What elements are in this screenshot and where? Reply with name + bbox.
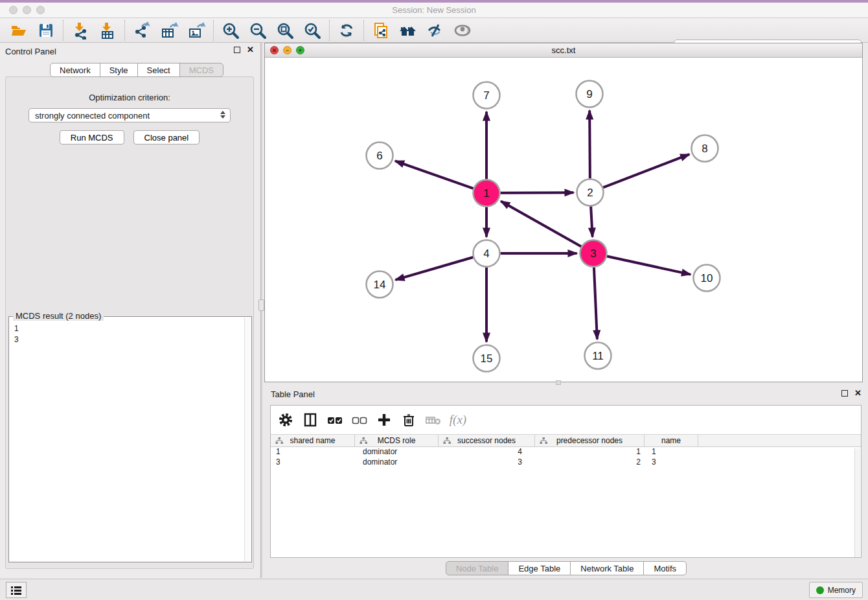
table-row[interactable]: 3dominator323 bbox=[271, 457, 861, 468]
table-panel: f(x) shared nameMCDS rolesuccessor nodes… bbox=[270, 405, 862, 558]
tab-edge-table[interactable]: Edge Table bbox=[508, 561, 571, 575]
tab-mcds[interactable]: MCDS bbox=[179, 63, 223, 77]
table-row[interactable]: 1dominator411 bbox=[271, 447, 861, 457]
window-titlebar: Session: New Session bbox=[0, 3, 868, 18]
node-label-1: 1 bbox=[483, 187, 489, 200]
delete-table-icon[interactable] bbox=[425, 411, 442, 428]
tab-network-table[interactable]: Network Table bbox=[570, 561, 644, 575]
criterion-value: strongly connected component bbox=[35, 111, 150, 121]
column-header-predecessor-nodes[interactable]: predecessor nodes bbox=[535, 435, 645, 446]
table-cell[interactable]: 3 bbox=[645, 457, 698, 468]
zoom-in-icon[interactable] bbox=[221, 21, 240, 40]
export-network-icon[interactable] bbox=[132, 21, 152, 40]
function-builder-icon[interactable]: f(x) bbox=[450, 411, 466, 428]
panel-splitter-handle[interactable] bbox=[258, 299, 264, 311]
toolbar-separator bbox=[363, 20, 364, 41]
edge-2-9[interactable] bbox=[589, 110, 590, 178]
hide-details-icon[interactable] bbox=[426, 21, 445, 40]
node-label-14: 14 bbox=[374, 279, 386, 291]
column-header-MCDS-role[interactable]: MCDS role bbox=[355, 435, 439, 446]
tab-select[interactable]: Select bbox=[137, 63, 180, 77]
tab-network[interactable]: Network bbox=[50, 63, 100, 77]
table-tabs: Node TableEdge TableNetwork TableMotifs bbox=[264, 558, 868, 579]
show-columns-icon[interactable] bbox=[302, 411, 319, 428]
duplicate-network-icon[interactable] bbox=[371, 21, 391, 40]
column-header-name[interactable]: name bbox=[645, 435, 698, 446]
node-label-6: 6 bbox=[376, 150, 382, 162]
column-header-shared-name[interactable]: shared name bbox=[271, 435, 355, 446]
export-image-icon[interactable] bbox=[187, 21, 206, 40]
table-cell[interactable]: 3 bbox=[439, 457, 535, 468]
toolbar-separator bbox=[124, 20, 125, 41]
tab-motifs[interactable]: Motifs bbox=[643, 561, 687, 575]
edge-4-14[interactable] bbox=[395, 257, 473, 280]
close-panel-button[interactable]: Close panel bbox=[133, 130, 200, 144]
show-details-icon[interactable] bbox=[453, 21, 472, 40]
table-cell[interactable]: 1 bbox=[271, 447, 355, 457]
mcds-panel: Optimization criterion: strongly connect… bbox=[5, 76, 254, 569]
export-table-icon[interactable] bbox=[159, 21, 179, 40]
edge-2-3[interactable] bbox=[591, 206, 593, 237]
node-table: shared nameMCDS rolesuccessor nodesprede… bbox=[271, 434, 861, 468]
mcds-result-text[interactable]: 1 3 bbox=[9, 317, 251, 562]
list-icon bbox=[10, 585, 22, 595]
table-cell[interactable]: dominator bbox=[355, 447, 439, 457]
criterion-select[interactable]: strongly connected component bbox=[29, 108, 231, 122]
node-label-8: 8 bbox=[702, 143, 707, 155]
edge-1-2[interactable] bbox=[500, 192, 573, 193]
table-options-icon[interactable] bbox=[277, 411, 294, 428]
window-title: Session: New Session bbox=[0, 5, 868, 15]
select-all-icon[interactable] bbox=[326, 411, 343, 428]
toolbar-separator bbox=[329, 20, 330, 41]
list-menu-button[interactable] bbox=[6, 582, 27, 598]
control-panel: Control Panel ✕ NetworkStyleSelectMCDS O… bbox=[0, 43, 259, 578]
apply-layout-icon[interactable] bbox=[337, 21, 356, 40]
table-cell[interactable]: 1 bbox=[535, 447, 645, 457]
zoom-out-icon[interactable] bbox=[248, 21, 268, 40]
import-network-icon[interactable] bbox=[71, 21, 90, 40]
table-body: 1dominator4113dominator323 bbox=[271, 447, 861, 468]
delete-column-icon[interactable] bbox=[400, 411, 417, 428]
network-window-titlebar[interactable]: ✕ − + scc.txt bbox=[265, 43, 862, 58]
edge-3-11[interactable] bbox=[594, 267, 597, 339]
table-cell[interactable]: 3 bbox=[271, 457, 355, 468]
float-table-panel-icon[interactable] bbox=[841, 390, 848, 397]
table-scrollbar[interactable] bbox=[854, 448, 860, 557]
tab-style[interactable]: Style bbox=[100, 63, 138, 77]
memory-button[interactable]: Memory bbox=[809, 582, 863, 598]
node-label-15: 15 bbox=[481, 352, 493, 365]
edge-3-10[interactable] bbox=[607, 257, 691, 275]
zoom-selected-icon[interactable] bbox=[303, 21, 322, 40]
status-bar: Memory bbox=[0, 579, 868, 600]
node-label-9: 9 bbox=[586, 88, 592, 100]
memory-label: Memory bbox=[828, 586, 856, 595]
node-label-10: 10 bbox=[701, 272, 713, 284]
close-table-panel-icon[interactable]: ✕ bbox=[854, 390, 862, 397]
table-cell[interactable]: 4 bbox=[439, 447, 535, 457]
zoom-fit-icon[interactable] bbox=[275, 21, 295, 40]
close-panel-icon[interactable]: ✕ bbox=[247, 47, 254, 53]
column-header-successor-nodes[interactable]: successor nodes bbox=[439, 435, 535, 446]
unselect-all-icon[interactable] bbox=[351, 411, 368, 428]
run-mcds-button[interactable]: Run MCDS bbox=[60, 130, 124, 144]
table-cell[interactable]: dominator bbox=[355, 457, 439, 468]
network-canvas[interactable]: 7968124314101511 bbox=[265, 58, 862, 382]
tab-node-table[interactable]: Node Table bbox=[446, 561, 509, 575]
edge-3-1[interactable] bbox=[501, 202, 581, 247]
add-column-icon[interactable] bbox=[376, 411, 393, 428]
table-cell[interactable]: 2 bbox=[535, 457, 645, 468]
table-header-row: shared nameMCDS rolesuccessor nodesprede… bbox=[271, 434, 861, 447]
control-panel-tabs: NetworkStyleSelectMCDS bbox=[50, 63, 223, 77]
node-label-2: 2 bbox=[587, 187, 593, 199]
save-session-icon[interactable] bbox=[36, 21, 56, 40]
network-splitter-handle[interactable] bbox=[556, 380, 561, 385]
mcds-result-box: MCDS result (2 nodes) 1 3 bbox=[8, 316, 252, 562]
edge-1-6[interactable] bbox=[395, 161, 474, 188]
table-cell[interactable]: 1 bbox=[645, 447, 698, 457]
result-scrollbar[interactable] bbox=[244, 317, 251, 561]
edge-2-8[interactable] bbox=[603, 154, 689, 187]
float-panel-icon[interactable] bbox=[234, 47, 240, 53]
import-table-icon[interactable] bbox=[98, 21, 117, 40]
home-network-icon[interactable] bbox=[398, 21, 418, 40]
open-session-icon[interactable] bbox=[9, 21, 29, 40]
